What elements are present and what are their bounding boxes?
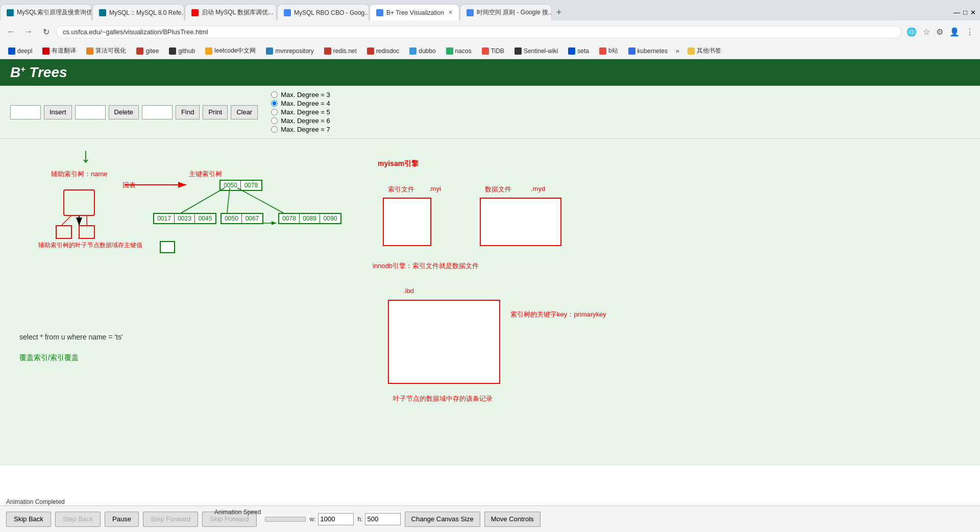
bookmark-leetcode[interactable]: leetcode中文网 xyxy=(201,45,260,56)
bookmark-bilibili[interactable]: b站 xyxy=(595,45,622,56)
tab-label-mysql2: MySQL :: MySQL 8.0 Refe... xyxy=(109,9,184,16)
degree-4-option[interactable]: Max. Degree = 4 xyxy=(271,100,330,107)
clear-button[interactable]: Clear xyxy=(231,105,258,119)
tab-close-btree[interactable]: ✕ xyxy=(448,9,453,16)
degree-5-option[interactable]: Max. Degree = 5 xyxy=(271,108,330,116)
svg-rect-4 xyxy=(56,226,71,238)
bookmark-label-k8s: kubernetes xyxy=(638,47,668,55)
bookmark-icon-bilibili xyxy=(599,47,606,55)
degree-5-radio[interactable] xyxy=(271,109,278,115)
tab-mysql1[interactable]: MySQL索引原理及慢查询优化 ✕ xyxy=(0,4,92,20)
degree-4-radio[interactable] xyxy=(271,100,278,107)
degree-7-option[interactable]: Max. Degree = 7 xyxy=(271,126,330,133)
bookmark-redisdoc[interactable]: redisdoc xyxy=(363,46,403,56)
leaf-data-label: 叶子节点的数据域中存的该条记录 xyxy=(393,394,493,403)
bookmark-icon-mvn xyxy=(266,47,273,55)
insert-input[interactable] xyxy=(10,105,41,119)
maximize-icon[interactable]: □ xyxy=(963,9,967,16)
tab-mysql2[interactable]: MySQL :: MySQL 8.0 Refe... ✕ xyxy=(92,4,184,20)
find-input[interactable] xyxy=(142,105,173,119)
primary-key-label: 索引树的关键字key：primarykey xyxy=(510,310,606,319)
width-group: w: xyxy=(310,513,354,525)
degree-6-radio[interactable] xyxy=(271,117,278,124)
step-forward-button[interactable]: Step Forward xyxy=(143,512,198,527)
bookmark-redis[interactable]: redis.net xyxy=(320,46,361,56)
tab-label-mysql1: MySQL索引原理及慢查询优化 xyxy=(17,8,92,17)
close-icon[interactable]: ✕ xyxy=(970,9,976,16)
degree-3-label: Max. Degree = 3 xyxy=(281,91,330,99)
bookmark-label-tidb: TiDB xyxy=(491,47,504,55)
insert-button[interactable]: Insert xyxy=(44,105,72,119)
cover-index-label: 覆盖索引/索引覆盖 xyxy=(19,353,79,362)
sql-text: select * from u where name = 'ts' xyxy=(19,333,123,341)
svg-line-13 xyxy=(227,188,230,213)
tab-favicon-mysql2 xyxy=(99,9,106,16)
height-group: h: xyxy=(358,513,401,525)
svg-rect-2 xyxy=(64,190,94,215)
address-bar[interactable] xyxy=(56,26,901,38)
bookmark-youdao[interactable]: 有道翻译 xyxy=(38,45,80,56)
tab-time[interactable]: 时间空间 原则 - Google 搜... ✕ xyxy=(460,4,552,20)
minimize-icon[interactable]: — xyxy=(953,9,960,16)
bookmark-deepl[interactable]: deepl xyxy=(4,46,36,56)
step-back-button[interactable]: Step Back xyxy=(55,512,101,527)
refresh-button[interactable]: ↻ xyxy=(39,25,53,39)
extension-icon[interactable]: ⚙ xyxy=(934,25,945,39)
svg-rect-5 xyxy=(79,226,94,238)
height-input[interactable] xyxy=(365,513,401,525)
degree-4-label: Max. Degree = 4 xyxy=(281,100,330,107)
bookmark-github[interactable]: github xyxy=(165,46,199,56)
new-tab-button[interactable]: + xyxy=(552,7,566,18)
tab-google[interactable]: MySQL RBO CBO - Goog... ✕ xyxy=(277,4,369,20)
bookmark-label-bilibili: b站 xyxy=(608,46,618,55)
bookmark-dubbo[interactable]: dubbo xyxy=(405,46,439,56)
animation-speed-bar[interactable] xyxy=(265,517,306,522)
browser-chrome: MySQL索引原理及慢查询优化 ✕ MySQL :: MySQL 8.0 Ref… xyxy=(0,0,980,59)
width-input[interactable] xyxy=(318,513,354,525)
bookmark-icon-tidb xyxy=(482,47,489,55)
translate-icon[interactable]: 🌐 xyxy=(904,25,919,39)
aux-tree-label: 辅助索引树：name xyxy=(51,170,108,179)
bookmarks-more[interactable]: » xyxy=(674,47,681,55)
tab-btree[interactable]: B+ Tree Visualization ✕ xyxy=(370,4,459,20)
bookmark-mvn[interactable]: mvnrepository xyxy=(262,46,317,56)
bookmark-jscode[interactable]: 算法可视化 xyxy=(82,45,130,56)
bookmark-icon-redis xyxy=(324,47,331,55)
svg-line-14 xyxy=(237,188,283,213)
change-canvas-button[interactable]: Change Canvas Size xyxy=(405,512,480,527)
bookmark-tidb[interactable]: TiDB xyxy=(478,46,508,56)
bookmark-nacos[interactable]: nacos xyxy=(442,46,476,56)
menu-icon[interactable]: ⋮ xyxy=(964,25,976,39)
down-arrow-icon: ↓ xyxy=(81,144,91,167)
title-b: B xyxy=(10,64,20,80)
delete-input[interactable] xyxy=(75,105,106,119)
bookmark-k8s[interactable]: kubernetes xyxy=(624,46,672,56)
bookmark-label-folder: 其他书签 xyxy=(697,46,721,55)
bookmark-label-nacos: nacos xyxy=(455,47,472,55)
app-header: B+ Trees xyxy=(0,59,980,86)
bookmark-seta[interactable]: seta xyxy=(564,46,593,56)
animation-speed-label: Animation Speed xyxy=(214,509,261,516)
bookmark-sentinel[interactable]: Sentinel-wiki xyxy=(510,46,562,56)
degree-3-option[interactable]: Max. Degree = 3 xyxy=(271,91,330,99)
delete-button[interactable]: Delete xyxy=(109,105,139,119)
bookmark-folder[interactable]: 其他书签 xyxy=(683,45,725,56)
move-controls-button[interactable]: Move Controls xyxy=(484,512,541,527)
pause-button[interactable]: Pause xyxy=(105,512,139,527)
bookmark-icon[interactable]: ☆ xyxy=(921,25,932,39)
print-button[interactable]: Print xyxy=(203,105,228,119)
degree-6-option[interactable]: Max. Degree = 6 xyxy=(271,117,330,125)
bookmark-gitee[interactable]: gitee xyxy=(132,46,163,56)
degree-7-radio[interactable] xyxy=(271,126,278,133)
find-button[interactable]: Find xyxy=(176,105,200,119)
degree-3-radio[interactable] xyxy=(271,91,278,98)
main-area: ↓ 辅助索引树：name 主键索引树 回表 xyxy=(0,139,980,466)
account-icon[interactable]: 👤 xyxy=(947,25,962,39)
back-button[interactable]: ← xyxy=(4,25,18,39)
forward-button[interactable]: → xyxy=(21,25,36,39)
tab-label-youtube: 启动 MySQL 数据库调优... xyxy=(202,8,273,17)
tree-small-node1 xyxy=(160,241,175,253)
tab-youtube[interactable]: 启动 MySQL 数据库调优... ✕ xyxy=(185,4,277,20)
aux-leaf-label: 辅助索引树的叶子节点数据域存主键值 xyxy=(38,241,142,250)
skip-back-button[interactable]: Skip Back xyxy=(6,512,51,527)
